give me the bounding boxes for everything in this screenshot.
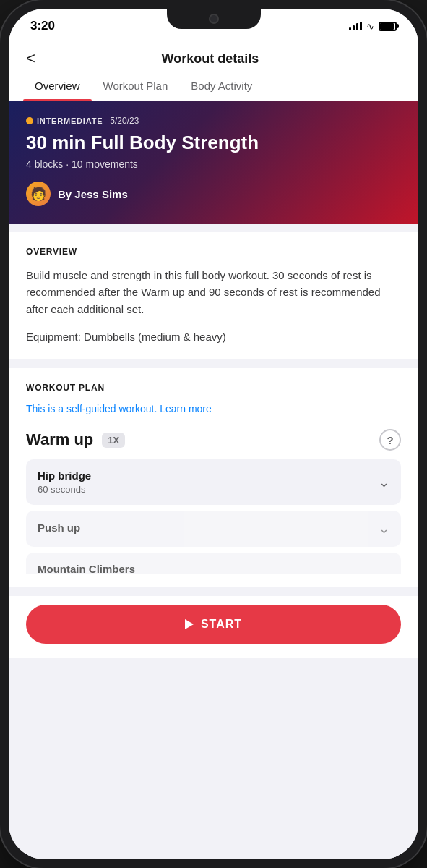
exercise-info: Push up: [38, 522, 80, 536]
start-button[interactable]: START: [26, 605, 401, 644]
start-label: START: [201, 618, 242, 631]
equipment-text: Equipment: Dumbbells (medium & heavy): [26, 329, 401, 346]
exercise-info: Mountain Climbers: [38, 563, 135, 577]
battery-icon: [379, 22, 397, 31]
wifi-icon: ∿: [366, 21, 374, 32]
exercise-item[interactable]: Push up ⌄: [26, 511, 401, 547]
play-icon: [185, 619, 194, 629]
workout-plan-section: WORKOUT PLAN This is a self-guided worko…: [9, 368, 418, 587]
hero-instructor: 🧑 By Jess Sims: [26, 182, 401, 206]
page-title: Workout details: [41, 51, 379, 67]
help-button[interactable]: ?: [379, 429, 401, 451]
status-time: 3:20: [30, 19, 55, 33]
level-dot-icon: [26, 117, 33, 124]
status-icons: ∿: [349, 21, 397, 32]
start-button-container: START: [9, 596, 418, 658]
overview-heading: OVERVIEW: [26, 247, 401, 257]
tab-body-activity[interactable]: Body Activity: [179, 71, 264, 101]
exercise-info: Hip bridge 60 seconds: [38, 469, 91, 495]
phone-screen: 3:20 ∿ < Workout details Ove: [9, 9, 418, 859]
tab-overview[interactable]: Overview: [23, 71, 92, 101]
hero-banner: INTERMEDIATE 5/20/23 30 min Full Body St…: [9, 101, 418, 224]
block-count-badge: 1X: [102, 433, 125, 448]
phone-notch: [167, 9, 261, 29]
front-camera: [209, 14, 219, 24]
hero-date: 5/20/23: [110, 116, 139, 126]
exercise-item[interactable]: Hip bridge 60 seconds ⌄: [26, 459, 401, 505]
overview-description: Build muscle and strength in this full b…: [26, 267, 401, 318]
workout-plan-heading: WORKOUT PLAN: [26, 383, 401, 393]
block-title-group: Warm up 1X: [26, 430, 125, 449]
signal-bars-icon: [349, 22, 362, 30]
hero-title: 30 min Full Body Strength: [26, 132, 401, 154]
level-text: INTERMEDIATE: [37, 116, 103, 125]
nav-header: < Workout details: [9, 39, 418, 71]
avatar: 🧑: [26, 182, 51, 206]
hero-meta: INTERMEDIATE 5/20/23: [26, 116, 401, 126]
tabs-bar: Overview Workout Plan Body Activity: [9, 71, 418, 101]
tab-workout-plan[interactable]: Workout Plan: [92, 71, 180, 101]
hero-subtitle: 4 blocks · 10 movements: [26, 158, 401, 170]
exercise-name: Mountain Climbers: [38, 563, 135, 575]
phone-shell: 3:20 ∿ < Workout details Ove: [0, 0, 427, 868]
overview-section: OVERVIEW Build muscle and strength in th…: [9, 232, 418, 359]
chevron-down-icon: ⌄: [379, 475, 389, 490]
self-guided-text: This is a self-guided workout. Learn mor…: [26, 403, 401, 414]
learn-more-link[interactable]: Learn more: [160, 403, 212, 414]
exercise-name: Hip bridge: [38, 469, 91, 482]
exercise-item[interactable]: Mountain Climbers: [26, 553, 401, 587]
level-badge: INTERMEDIATE: [26, 116, 103, 125]
block-title: Warm up: [26, 430, 93, 449]
exercise-duration: 60 seconds: [38, 484, 91, 495]
block-header: Warm up 1X ?: [26, 429, 401, 451]
content-area: OVERVIEW Build muscle and strength in th…: [9, 224, 418, 859]
instructor-name: By Jess Sims: [58, 188, 128, 200]
exercise-name: Push up: [38, 522, 80, 534]
chevron-down-icon: ⌄: [379, 521, 389, 537]
back-button[interactable]: <: [26, 46, 41, 71]
